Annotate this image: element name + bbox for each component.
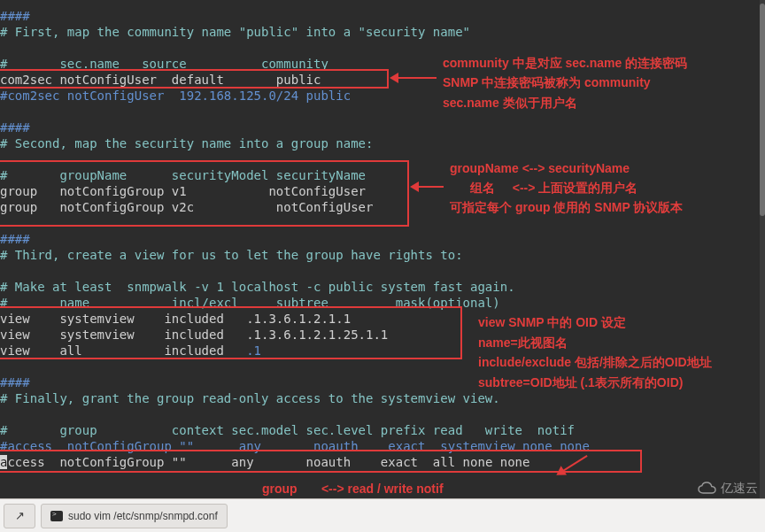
code-line: #com2sec notConfigUser 192.168.125.0/24 …: [0, 88, 351, 104]
arrow-icon: [558, 455, 587, 474]
annotation: view SNMP 中的 OID 设定: [478, 314, 626, 330]
scrollbar-thumb[interactable]: [760, 4, 765, 216]
annotation: include/exclude 包括/排除之后的OID地址: [478, 354, 712, 370]
arrow-icon: [413, 186, 444, 188]
annotation: sec.name 类似于用户名: [443, 95, 577, 111]
code-line: ####: [0, 8, 30, 24]
taskbar-tab-terminal[interactable]: sudo vim /etc/snmp/snmpd.conf: [41, 504, 228, 528]
code-line: # Finally, grant the group read-only acc…: [0, 390, 500, 406]
launcher-icon: ↗: [15, 509, 25, 522]
annotation: 组名 <--> 上面设置的用户名: [450, 180, 638, 196]
code-line: # groupName securityModel securityName: [0, 167, 366, 183]
annotation: 可指定每个 group 使用的 SNMP 协议版本: [450, 199, 683, 215]
watermark: 亿速云: [698, 481, 758, 497]
code-line: # First, map the community name "public"…: [0, 24, 470, 40]
code-line: group notConfigGroup v1 notConfigUser: [0, 183, 366, 199]
taskbar-tab-label: sudo vim /etc/snmp/snmpd.conf: [68, 510, 218, 522]
arrow-icon: [392, 77, 437, 79]
cloud-icon: [698, 482, 717, 496]
taskbar[interactable]: ↗ sudo vim /etc/snmp/snmpd.conf: [0, 498, 765, 532]
annotation: group <--> read / write notif: [262, 481, 444, 497]
code-line: view all included .1: [0, 343, 261, 359]
code-line: view systemview included .1.3.6.1.2.1.1: [0, 311, 351, 327]
code-line: # group context sec.model sec.level pref…: [0, 422, 575, 438]
code-line: ####: [0, 374, 30, 390]
annotation: community 中是对应 sec.name 的连接密码: [443, 55, 687, 71]
terminal-icon: [50, 511, 63, 521]
code-line: ####: [0, 120, 30, 135]
annotation: name=此视图名: [478, 335, 568, 351]
code-line: #access notConfigGroup "" any noauth exa…: [0, 438, 590, 454]
code-line: # name incl/excl subtree mask(optional): [0, 295, 500, 311]
code-line: # Make at least snmpwalk -v 1 localhost …: [0, 279, 515, 295]
code-line: # Second, map the security name into a g…: [0, 135, 373, 151]
launcher-button[interactable]: ↗: [4, 504, 35, 528]
code-line: view systemview included .1.3.6.1.2.1.25…: [0, 327, 388, 343]
code-line: com2sec notConfigUser default public: [0, 72, 321, 88]
code-line: # sec.name source community: [0, 56, 328, 72]
annotation: groupName <--> securityName: [450, 160, 630, 176]
code-line: # Third, create a view for us to let the…: [0, 247, 463, 263]
code-line: group notConfigGroup v2c notConfigUser: [0, 199, 373, 215]
editor-pane[interactable]: #### # First, map the community name "pu…: [0, 0, 765, 499]
annotation: subtree=OID地址 (.1表示所有的OID): [478, 374, 683, 390]
annotation: SNMP 中连接密码被称为 community: [443, 74, 651, 90]
code-line: ####: [0, 231, 30, 247]
code-line: access notConfigGroup "" any noauth exac…: [0, 454, 529, 470]
